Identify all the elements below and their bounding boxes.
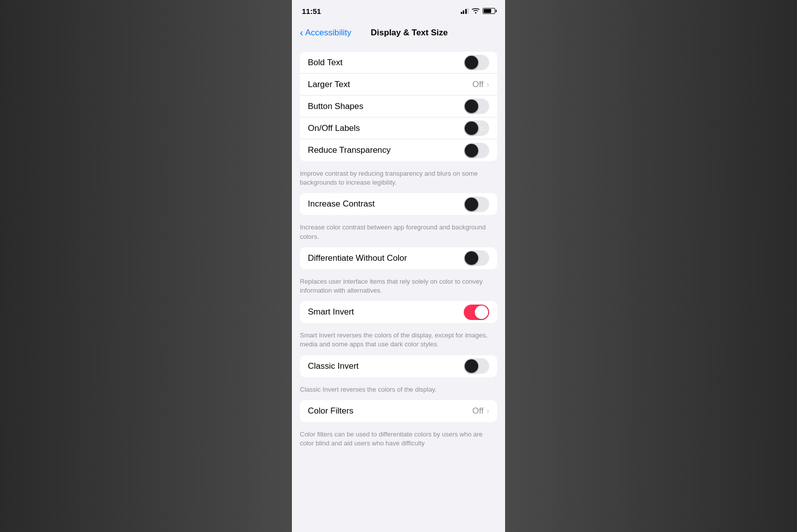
reduce-transparency-row[interactable]: Reduce Transparency bbox=[300, 139, 497, 161]
differentiate-without-color-label: Differentiate Without Color bbox=[308, 253, 464, 263]
classic-invert-row[interactable]: Classic Invert bbox=[300, 355, 497, 377]
classic-invert-label: Classic Invert bbox=[308, 361, 464, 371]
larger-text-chevron-icon: › bbox=[487, 80, 489, 89]
differentiate-description: Replaces user interface items that rely … bbox=[292, 273, 505, 301]
smart-invert-toggle[interactable] bbox=[464, 305, 489, 320]
bold-text-label: Bold Text bbox=[308, 58, 464, 68]
settings-group-4: Smart Invert bbox=[300, 301, 497, 323]
status-icons bbox=[461, 7, 496, 15]
settings-group-2: Increase Contrast bbox=[300, 193, 497, 215]
increase-contrast-description: Increase color contrast between app fore… bbox=[292, 219, 505, 247]
bold-text-toggle[interactable] bbox=[464, 55, 489, 70]
larger-text-value: Off bbox=[472, 80, 483, 90]
battery-icon bbox=[483, 8, 495, 14]
bold-text-row[interactable]: Bold Text bbox=[300, 52, 497, 74]
larger-text-row[interactable]: Larger Text Off › bbox=[300, 74, 497, 96]
status-bar: 11:51 bbox=[292, 0, 505, 22]
smart-invert-row[interactable]: Smart Invert bbox=[300, 301, 497, 323]
settings-group-3: Differentiate Without Color bbox=[300, 247, 497, 269]
settings-content: Bold Text Larger Text Off › Button Shape… bbox=[292, 44, 505, 532]
signal-bars-icon bbox=[461, 8, 469, 14]
button-shapes-label: Button Shapes bbox=[308, 102, 464, 111]
increase-contrast-label: Increase Contrast bbox=[308, 199, 464, 209]
classic-invert-description: Classic Invert reverses the colors of th… bbox=[292, 381, 505, 400]
increase-contrast-row[interactable]: Increase Contrast bbox=[300, 193, 497, 215]
page-title: Display & Text Size bbox=[321, 28, 497, 38]
differentiate-without-color-row[interactable]: Differentiate Without Color bbox=[300, 247, 497, 269]
larger-text-label: Larger Text bbox=[308, 80, 472, 90]
color-filters-chevron-icon: › bbox=[487, 407, 489, 416]
button-shapes-toggle[interactable] bbox=[464, 99, 489, 114]
back-chevron-icon: ‹ bbox=[300, 27, 303, 38]
color-filters-value: Off bbox=[472, 406, 483, 416]
onoff-labels-toggle[interactable] bbox=[464, 120, 489, 136]
increase-contrast-toggle[interactable] bbox=[464, 197, 489, 212]
reduce-transparency-toggle[interactable] bbox=[464, 143, 489, 158]
onoff-labels-label: On/Off Labels bbox=[308, 123, 464, 133]
reduce-transparency-label: Reduce Transparency bbox=[308, 145, 464, 155]
differentiate-without-color-toggle[interactable] bbox=[464, 250, 489, 266]
smart-invert-description: Smart Invert reverses the colors of the … bbox=[292, 327, 505, 355]
settings-group-1: Bold Text Larger Text Off › Button Shape… bbox=[300, 52, 497, 161]
onoff-labels-row[interactable]: On/Off Labels bbox=[300, 117, 497, 139]
button-shapes-row[interactable]: Button Shapes bbox=[300, 96, 497, 117]
classic-invert-toggle[interactable] bbox=[464, 358, 489, 374]
status-time: 11:51 bbox=[302, 7, 321, 15]
color-filters-row[interactable]: Color Filters Off › bbox=[300, 400, 497, 422]
settings-group-6: Color Filters Off › bbox=[300, 400, 497, 422]
wifi-icon bbox=[472, 7, 480, 15]
color-filters-description: Color filters can be used to differentia… bbox=[292, 426, 505, 454]
reduce-transparency-description: Improve contrast by reducing transparenc… bbox=[292, 165, 505, 193]
nav-bar: ‹ Accessibility Display & Text Size bbox=[292, 22, 505, 44]
color-filters-label: Color Filters bbox=[308, 406, 472, 416]
smart-invert-label: Smart Invert bbox=[308, 307, 464, 317]
settings-group-5: Classic Invert bbox=[300, 355, 497, 377]
